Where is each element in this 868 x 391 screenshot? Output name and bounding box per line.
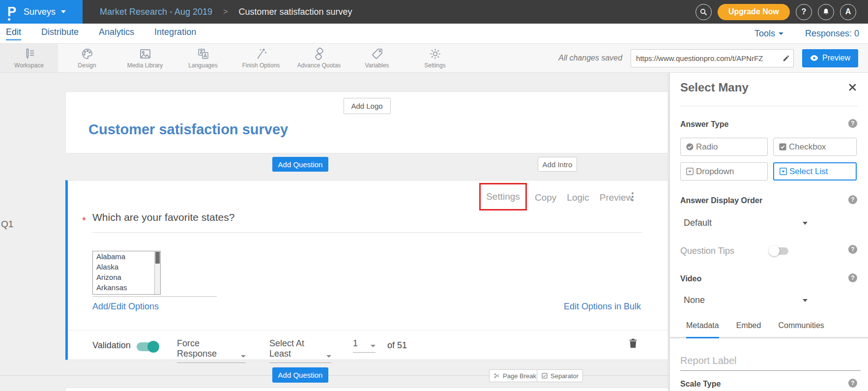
- add-question-button-bottom[interactable]: Add Question: [272, 367, 328, 383]
- question-number-label: Q1: [1, 219, 13, 230]
- search-icon: [699, 8, 708, 16]
- validation-toggle[interactable]: [137, 342, 158, 351]
- add-edit-options-link[interactable]: Add/Edit Options: [92, 301, 159, 312]
- video-select[interactable]: None: [684, 295, 808, 305]
- answer-display-order-select[interactable]: Default: [684, 218, 808, 228]
- caret-down-icon: [241, 355, 246, 358]
- toolbar-item-variables[interactable]: Variables: [348, 44, 406, 72]
- magic-wand-icon: [255, 47, 268, 60]
- validation-of-total: of 51: [387, 340, 407, 351]
- close-panel-button[interactable]: [848, 83, 857, 94]
- help-button[interactable]: ?: [796, 4, 812, 20]
- breadcrumb: Market Research - Aug 2019 > Customer sa…: [100, 7, 352, 17]
- avatar-initial: A: [845, 7, 851, 16]
- video-help-icon[interactable]: [848, 273, 857, 282]
- answer-underline: [92, 296, 217, 297]
- answer-select-list[interactable]: Alabama Alaska Arizona Arkansas: [92, 251, 161, 295]
- question-tips-label: Question Tips: [680, 246, 734, 256]
- separator-button[interactable]: Separator: [537, 369, 583, 382]
- caret-down-icon: [803, 222, 808, 225]
- caret-down-icon: [371, 345, 376, 347]
- upgrade-now-button[interactable]: Upgrade Now: [718, 4, 790, 20]
- tab-communities[interactable]: Communities: [778, 321, 824, 338]
- toolbar-item-workspace[interactable]: Workspace: [0, 44, 58, 72]
- product-switcher[interactable]: P Surveys: [0, 0, 83, 24]
- list-scrollbar[interactable]: [154, 251, 160, 294]
- avatar-button[interactable]: A: [840, 4, 856, 20]
- question-card: Settings Copy Logic Preview * Which are …: [65, 180, 668, 360]
- close-icon: [848, 83, 857, 92]
- list-option[interactable]: Arizona: [93, 272, 160, 282]
- bell-icon: [822, 8, 830, 16]
- responses-count[interactable]: Responses: 0: [805, 29, 859, 39]
- question-logic-button[interactable]: Logic: [567, 192, 589, 203]
- validation-label: Validation: [92, 340, 131, 351]
- required-marker: *: [82, 215, 86, 226]
- toolbar-item-media-library[interactable]: Media Library: [116, 44, 174, 72]
- toolbar-item-languages[interactable]: Languages: [174, 44, 232, 72]
- tab-edit[interactable]: Edit: [6, 27, 21, 40]
- question-text-underline: [92, 232, 642, 233]
- editor-toolbar: Workspace Design Media Library Languages…: [0, 43, 868, 73]
- toolbar-item-advance-quotas[interactable]: Advance Quotas: [290, 44, 348, 72]
- notifications-button[interactable]: [818, 4, 834, 20]
- question-tips-toggle[interactable]: [770, 247, 788, 255]
- answer-display-order-help-icon[interactable]: [848, 195, 857, 204]
- tab-metadata[interactable]: Metadata: [686, 321, 719, 338]
- question-card-divider: [68, 330, 668, 331]
- tab-embed[interactable]: Embed: [736, 321, 761, 338]
- question-preview-button[interactable]: Preview: [600, 192, 633, 203]
- scale-type-help-icon[interactable]: [848, 379, 857, 388]
- checkbox-icon: [541, 372, 548, 379]
- edit-url-button[interactable]: [779, 55, 793, 62]
- list-option[interactable]: Arkansas: [93, 282, 160, 293]
- tab-analytics[interactable]: Analytics: [99, 27, 134, 40]
- validation-rule-select[interactable]: Select At Least: [269, 338, 331, 363]
- question-actions: Copy Logic Preview: [535, 192, 633, 203]
- app-name: Surveys: [24, 7, 56, 17]
- list-option[interactable]: Alaska: [93, 262, 160, 272]
- add-logo-button[interactable]: Add Logo: [343, 98, 390, 114]
- add-question-button-top[interactable]: Add Question: [272, 157, 328, 172]
- preview-button[interactable]: Preview: [802, 49, 858, 67]
- image-icon: [139, 47, 152, 60]
- question-text[interactable]: Which are your favorite states?: [92, 211, 234, 223]
- radio-check-icon: [685, 142, 694, 151]
- next-section-card: [65, 388, 668, 391]
- delete-question-button[interactable]: [628, 338, 638, 351]
- question-more-menu[interactable]: [631, 191, 635, 202]
- tab-integration[interactable]: Integration: [154, 27, 196, 40]
- search-button[interactable]: [695, 4, 712, 20]
- answer-type-options: Radio Checkbox Dropdown Select List: [680, 138, 857, 180]
- report-label-input[interactable]: [680, 354, 861, 371]
- gear-icon: [429, 47, 442, 60]
- toolbar-item-finish-options[interactable]: Finish Options: [232, 44, 290, 72]
- answer-type-radio[interactable]: Radio: [680, 138, 768, 156]
- validation-type-select[interactable]: Force Response: [177, 338, 246, 363]
- answer-type-checkbox[interactable]: Checkbox: [773, 138, 857, 156]
- nav-right: Tools Responses: 0: [754, 29, 859, 39]
- list-scrollbar-thumb[interactable]: [155, 252, 160, 264]
- breadcrumb-folder[interactable]: Market Research - Aug 2019: [100, 7, 212, 17]
- tab-distribute[interactable]: Distribute: [41, 27, 79, 40]
- list-option[interactable]: Alabama: [93, 251, 160, 262]
- question-tips-help-icon[interactable]: [848, 245, 857, 254]
- answer-type-dropdown[interactable]: Dropdown: [680, 162, 768, 180]
- tools-menu[interactable]: Tools: [754, 29, 783, 39]
- survey-title[interactable]: Customer satisfaction survey: [88, 121, 288, 138]
- video-label: Video: [680, 274, 701, 283]
- page-break-button[interactable]: Page Break: [489, 369, 541, 382]
- answer-type-help-icon[interactable]: [848, 119, 857, 128]
- workspace-icon: [23, 47, 36, 60]
- edit-options-in-bulk-link[interactable]: Edit Options in Bulk: [564, 301, 641, 312]
- toolbar-item-settings[interactable]: Settings: [406, 44, 464, 72]
- validation-count-select[interactable]: 1: [353, 338, 376, 353]
- survey-url-input[interactable]: [631, 54, 779, 62]
- answer-type-select-list[interactable]: Select List: [773, 162, 857, 180]
- question-settings-panel: Select Many Answer Type Radio Checkbox D…: [669, 73, 868, 391]
- question-copy-button[interactable]: Copy: [535, 192, 556, 203]
- question-settings-button[interactable]: Settings: [479, 183, 527, 211]
- add-intro-button[interactable]: Add Intro: [538, 157, 577, 172]
- eye-icon: [810, 55, 818, 61]
- toolbar-item-design[interactable]: Design: [58, 44, 116, 72]
